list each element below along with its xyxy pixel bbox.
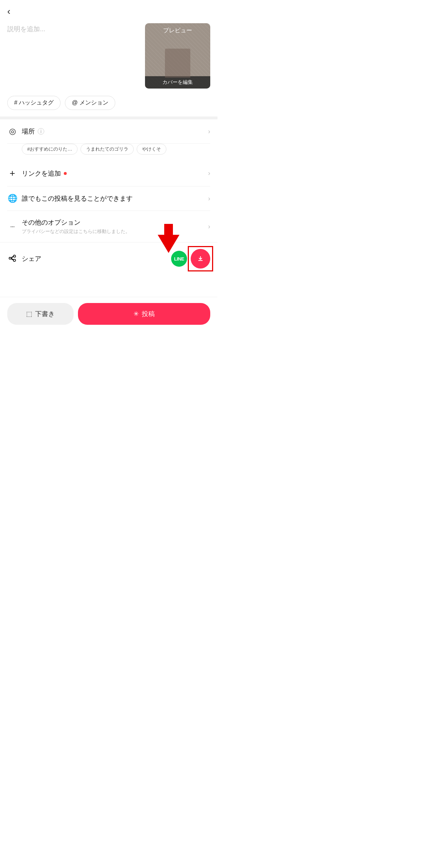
info-icon: i xyxy=(38,128,44,135)
post-label: 投稿 xyxy=(142,310,155,318)
visibility-row[interactable]: 🌐 誰でもこの投稿を見ることができます › xyxy=(7,187,210,211)
location-row[interactable]: ◎ 場所 i › xyxy=(7,119,210,144)
other-options-title: その他のオプション xyxy=(22,218,208,227)
other-options-row[interactable]: ··· その他のオプション プライバシーなどの設定はこちらに移動しました。 › xyxy=(7,211,210,242)
preview-card[interactable]: プレビュー カバーを編集 xyxy=(145,23,210,89)
section-divider xyxy=(0,116,218,119)
share-icon-wrap xyxy=(7,254,17,264)
tag-section: # ハッシュタグ @ メンション xyxy=(0,96,218,116)
description-input[interactable]: 説明を追加... xyxy=(7,23,139,67)
location-chevron: › xyxy=(208,128,210,135)
draft-button[interactable]: ⬚ 下書き xyxy=(7,303,74,325)
location-icon: ◎ xyxy=(7,127,17,136)
chip-1[interactable]: #おすすめにのりた… xyxy=(22,144,78,155)
hashtag-button[interactable]: # ハッシュタグ xyxy=(7,96,61,110)
mention-button[interactable]: @ メンション xyxy=(65,96,115,110)
share-icon xyxy=(8,254,17,263)
preview-label: プレビュー xyxy=(163,27,192,34)
spacer xyxy=(0,275,218,297)
bottom-bar: ⬚ 下書き ✳ 投稿 xyxy=(0,297,218,333)
visibility-text: 誰でもこの投稿を見ることができます xyxy=(22,194,208,203)
link-text: リンクを追加 xyxy=(22,169,208,178)
post-button[interactable]: ✳ 投稿 xyxy=(78,303,210,325)
download-icon xyxy=(196,254,205,263)
back-button[interactable]: ‹ xyxy=(7,6,11,17)
chip-2[interactable]: うまれたてのゴリラ xyxy=(80,144,134,155)
location-chips: #おすすめにのりた… うまれたてのゴリラ やけくそ xyxy=(7,144,210,160)
download-button[interactable] xyxy=(191,249,210,269)
location-text: 場所 i xyxy=(22,127,208,136)
other-options-subtitle: プライバシーなどの設定はこちらに移動しました。 xyxy=(22,228,208,235)
line-share-button[interactable]: LINE xyxy=(171,251,187,267)
description-section: 説明を追加... プレビュー カバーを編集 xyxy=(0,20,218,96)
draft-label: 下書き xyxy=(35,310,55,318)
visibility-title: 誰でもこの投稿を見ることができます xyxy=(22,194,208,203)
draft-icon: ⬚ xyxy=(26,310,32,318)
visibility-chevron: › xyxy=(208,195,210,202)
location-title: 場所 i xyxy=(22,127,208,136)
link-chevron: › xyxy=(208,169,210,177)
share-label: シェア xyxy=(22,254,171,263)
arrow-container: シェア LINE xyxy=(0,242,218,275)
other-options-text: その他のオプション プライバシーなどの設定はこちらに移動しました。 xyxy=(22,218,208,235)
link-notification-dot xyxy=(64,172,67,175)
share-apps: LINE xyxy=(171,249,210,269)
link-row[interactable]: + リンクを追加 › xyxy=(7,160,210,187)
chip-3[interactable]: やけくそ xyxy=(137,144,166,155)
cover-edit-button[interactable]: カバーを編集 xyxy=(145,76,210,89)
globe-icon: 🌐 xyxy=(7,194,17,203)
more-options-icon: ··· xyxy=(7,223,17,230)
share-section: シェア LINE xyxy=(0,242,218,275)
link-title: リンクを追加 xyxy=(22,169,208,178)
post-icon: ✳ xyxy=(133,310,139,318)
menu-section: ◎ 場所 i › #おすすめにのりた… うまれたてのゴリラ やけくそ + リンク… xyxy=(0,119,218,242)
header: ‹ xyxy=(0,0,218,20)
other-options-chevron: › xyxy=(208,223,210,230)
download-highlight-container xyxy=(191,249,210,269)
add-link-icon: + xyxy=(7,168,17,179)
